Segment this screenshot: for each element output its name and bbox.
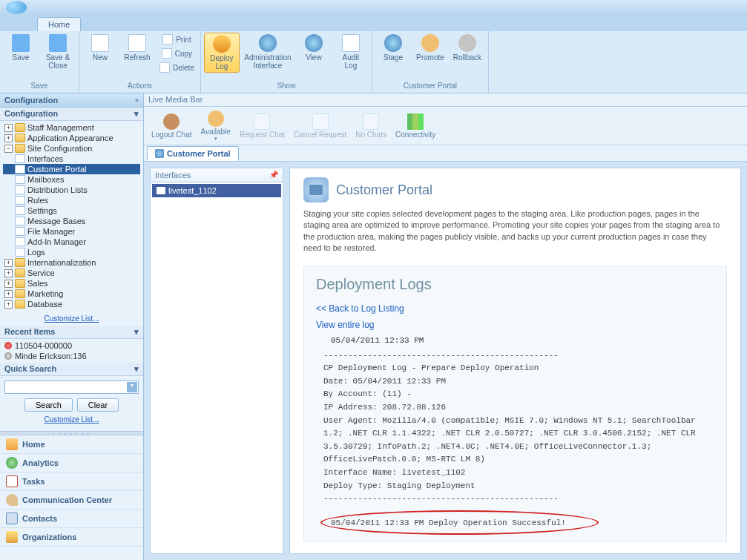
back-link[interactable]: << Back to Log Listing	[316, 303, 714, 314]
portal-panel: Customer Portal Staging your site copies…	[289, 168, 741, 554]
home-icon	[6, 438, 18, 450]
save-close-button[interactable]: Save & Close	[40, 33, 76, 71]
interfaces-title: Interfaces	[155, 171, 191, 179]
copy-button[interactable]: Copy	[157, 47, 197, 60]
chat-toolbar: Logout Chat Available▾ Request Chat Canc…	[144, 107, 747, 145]
collapse-icon[interactable]: «	[135, 96, 139, 104]
tree-msg-bases[interactable]: Message Bases	[3, 216, 140, 226]
delete-button[interactable]: Delete	[157, 61, 197, 74]
tasks-icon	[6, 475, 18, 487]
clear-button[interactable]: Clear	[77, 398, 119, 412]
recent-header[interactable]: Recent Items▾	[0, 326, 143, 339]
recent-item-1[interactable]: 110504-000000	[4, 340, 139, 351]
recent-list: 110504-000000 Minde Erickson:136	[0, 339, 143, 363]
deploy-box: Deployment Logs << Back to Log Listing V…	[303, 266, 727, 541]
contacts-icon	[6, 513, 18, 524]
config-tree: +Staff Management +Application Appearanc…	[0, 121, 143, 311]
incident-icon	[4, 342, 12, 349]
dropdown-icon: ▾	[214, 136, 217, 142]
tab-home[interactable]: Home	[37, 17, 81, 31]
tree-database[interactable]: +Database	[3, 299, 140, 309]
success-text: 05/04/2011 12:33 PM Deploy Operation Suc…	[331, 518, 566, 527]
portal-icon	[155, 149, 164, 158]
document-tabs: Customer Portal	[144, 145, 747, 162]
ribbon: Save Save & Close Save New Refresh Print…	[0, 31, 747, 93]
cancel-request-button[interactable]: Cancel Request	[291, 112, 349, 140]
admin-interface-button[interactable]: Administration Interface	[241, 33, 294, 71]
nav-tasks[interactable]: Tasks	[0, 472, 143, 491]
group-label-show: Show	[204, 80, 369, 91]
app-orb-icon[interactable]	[6, 1, 27, 14]
recent-item-2[interactable]: Minde Erickson:136	[4, 351, 139, 361]
org-icon	[6, 531, 18, 543]
nav-org[interactable]: Organizations	[0, 528, 143, 547]
available-button[interactable]: Available▾	[198, 109, 234, 143]
portal-logo-icon	[303, 177, 329, 202]
comm-icon	[6, 494, 18, 506]
nav-contacts[interactable]: Contacts	[0, 510, 143, 528]
view-log-link[interactable]: View entire log	[316, 320, 714, 330]
print-button[interactable]: Print	[157, 33, 197, 46]
tree-site-config[interactable]: −Site Configuration	[3, 143, 140, 154]
config-subheader[interactable]: Configuration▾	[0, 108, 143, 121]
interface-item[interactable]: livetest_1102	[152, 184, 281, 197]
tree-file-mgr[interactable]: File Manager	[3, 226, 140, 237]
group-label-save: Save	[3, 80, 76, 91]
group-label-portal: Customer Portal	[375, 80, 485, 91]
customize-link-2[interactable]: Customize List...	[45, 415, 99, 424]
tree-intl[interactable]: +Internationalization	[3, 257, 140, 268]
new-button[interactable]: New	[82, 33, 118, 63]
sidebar: Configuration« Configuration▾ +Staff Man…	[0, 93, 144, 560]
portal-title: Customer Portal	[336, 182, 432, 198]
nav-comm[interactable]: Communication Center	[0, 491, 143, 510]
tree-marketing[interactable]: +Marketing	[3, 289, 140, 299]
view-button[interactable]: View	[296, 33, 332, 63]
tree-addin[interactable]: Add-In Manager	[3, 237, 140, 247]
ribbon-tabs: Home	[0, 15, 747, 31]
portal-description: Staging your site copies selected develo…	[303, 208, 727, 254]
tree-customer-portal[interactable]: Customer Portal	[3, 164, 140, 174]
promote-button[interactable]: Promote	[412, 33, 448, 63]
log-timestamp: 05/04/2011 12:33 PM	[331, 336, 714, 345]
search-button[interactable]: Search	[24, 398, 73, 412]
qsearch-input[interactable]	[4, 381, 139, 394]
connectivity-button[interactable]: Connectivity	[392, 112, 438, 140]
nav-list: Home Analytics Tasks Communication Cente…	[0, 435, 143, 547]
no-chats-button[interactable]: No Chats	[352, 112, 389, 140]
interfaces-panel: Interfaces📌 livetest_1102	[150, 168, 283, 554]
dropdown-icon[interactable]: ▾	[127, 382, 137, 392]
contact-icon	[4, 352, 12, 360]
tree-sales[interactable]: +Sales	[3, 278, 140, 289]
tree-mailboxes[interactable]: Mailboxes	[3, 174, 140, 185]
deploy-log-button[interactable]: Deploy Log	[204, 33, 240, 73]
analytics-icon	[6, 457, 18, 469]
config-header[interactable]: Configuration«	[0, 93, 143, 108]
group-label-actions: Actions	[82, 80, 197, 91]
success-highlight: 05/04/2011 12:33 PM Deploy Operation Suc…	[323, 513, 596, 532]
nav-home[interactable]: Home	[0, 435, 143, 454]
log-body: ----------------------------------------…	[316, 349, 714, 506]
pin-icon[interactable]: 📌	[269, 171, 278, 179]
interface-icon	[157, 187, 165, 194]
deploy-logs-title: Deployment Logs	[316, 276, 714, 293]
tree-staff[interactable]: +Staff Management	[3, 122, 140, 133]
tree-settings[interactable]: Settings	[3, 205, 140, 216]
refresh-button[interactable]: Refresh	[119, 33, 155, 63]
save-button[interactable]: Save	[3, 33, 39, 63]
doctab-customer-portal[interactable]: Customer Portal	[147, 146, 239, 161]
rollback-button[interactable]: Rollback	[450, 33, 485, 63]
tree-logs[interactable]: Logs	[3, 247, 140, 257]
audit-log-button[interactable]: Audit Log	[333, 33, 369, 71]
nav-analytics[interactable]: Analytics	[0, 454, 143, 472]
tree-rules[interactable]: Rules	[3, 195, 140, 205]
customize-link[interactable]: Customize List...	[45, 314, 99, 323]
stage-button[interactable]: Stage	[375, 33, 411, 63]
request-chat-button[interactable]: Request Chat	[237, 112, 288, 140]
tree-dist-lists[interactable]: Distribution Lists	[3, 185, 140, 195]
livemedia-bar: Live Media Bar	[144, 93, 747, 107]
logout-chat-button[interactable]: Logout Chat	[148, 112, 195, 140]
tree-service[interactable]: +Service	[3, 268, 140, 278]
qsearch-header[interactable]: Quick Search▾	[0, 363, 143, 376]
tree-app-appearance[interactable]: +Application Appearance	[3, 133, 140, 143]
tree-interfaces[interactable]: Interfaces	[3, 154, 140, 164]
